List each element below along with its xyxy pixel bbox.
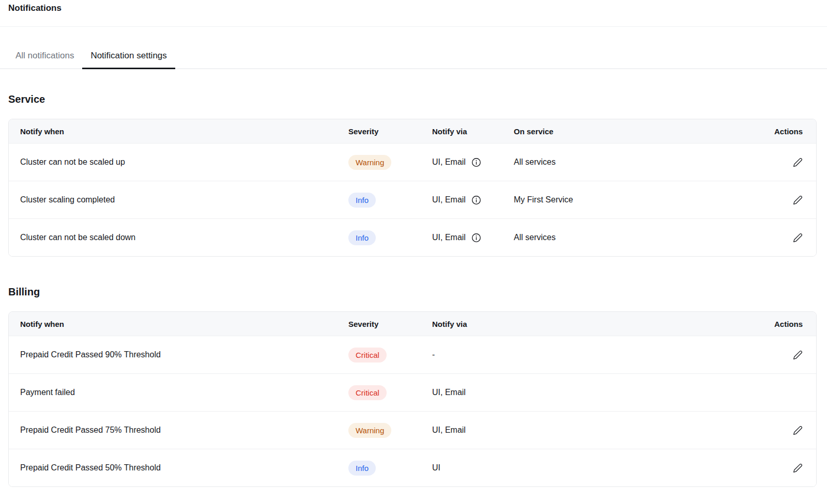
tabs-bar: All notifications Notification settings xyxy=(0,51,827,69)
table-row: Cluster can not be scaled down Info UI, … xyxy=(9,218,816,256)
severity-badge: Warning xyxy=(348,155,391,170)
notify-via-value: UI, Email xyxy=(432,233,466,242)
column-header-actions: Actions xyxy=(731,320,816,328)
billing-table: Notify when Severity Notify via Actions … xyxy=(8,311,817,487)
notify-via-value: UI, Email xyxy=(432,158,466,167)
notify-when-cell: Prepaid Credit Passed 90% Threshold xyxy=(9,350,337,359)
edit-button[interactable] xyxy=(793,158,803,167)
table-row: Prepaid Credit Passed 75% Threshold Warn… xyxy=(9,411,816,449)
table-row: Prepaid Credit Passed 50% Threshold Info… xyxy=(9,449,816,486)
edit-button[interactable] xyxy=(793,195,803,205)
notify-when-cell: Cluster can not be scaled up xyxy=(9,158,337,167)
notify-via-value: UI, Email xyxy=(432,195,466,204)
notify-via-value: UI, Email xyxy=(432,388,466,397)
column-header-severity: Severity xyxy=(337,320,421,328)
column-header-notify-when: Notify when xyxy=(9,320,337,328)
tab-notification-settings[interactable]: Notification settings xyxy=(82,51,175,69)
notify-via-value: UI, Email xyxy=(432,426,466,435)
table-row: Prepaid Credit Passed 90% Threshold Crit… xyxy=(9,336,816,373)
info-icon[interactable] xyxy=(471,195,481,205)
notify-when-cell: Cluster can not be scaled down xyxy=(9,233,337,242)
column-header-on-service: On service xyxy=(502,127,731,136)
on-service-cell: All services xyxy=(502,233,731,242)
notify-via-value: UI xyxy=(432,463,440,472)
info-icon[interactable] xyxy=(471,233,481,243)
column-header-notify-via: Notify via xyxy=(421,127,502,136)
column-header-notify-via: Notify via xyxy=(421,320,731,328)
table-row: Payment failed Critical UI, Email xyxy=(9,373,816,411)
title-bar: Notifications xyxy=(0,0,827,27)
notify-when-cell: Payment failed xyxy=(9,388,337,397)
notify-when-cell: Prepaid Credit Passed 75% Threshold xyxy=(9,426,337,435)
notify-via-value: - xyxy=(432,350,435,359)
billing-table-header: Notify when Severity Notify via Actions xyxy=(9,312,816,336)
edit-button[interactable] xyxy=(793,233,803,243)
edit-button[interactable] xyxy=(793,426,803,435)
section-heading-service: Service xyxy=(8,93,827,105)
severity-badge: Info xyxy=(348,461,376,476)
service-table: Notify when Severity Notify via On servi… xyxy=(8,119,817,257)
column-header-actions: Actions xyxy=(731,127,816,136)
severity-badge: Info xyxy=(348,230,376,245)
severity-badge: Critical xyxy=(348,385,387,400)
severity-badge: Critical xyxy=(348,348,387,363)
edit-button[interactable] xyxy=(793,350,803,360)
column-header-severity: Severity xyxy=(337,127,421,136)
section-heading-billing: Billing xyxy=(8,286,827,298)
severity-badge: Warning xyxy=(348,423,391,438)
table-row: Cluster can not be scaled up Warning UI,… xyxy=(9,143,816,181)
severity-badge: Info xyxy=(348,193,376,208)
table-row: Cluster scaling completed Info UI, Email… xyxy=(9,181,816,218)
column-header-notify-when: Notify when xyxy=(9,127,337,136)
info-icon[interactable] xyxy=(471,158,481,167)
tab-all-notifications[interactable]: All notifications xyxy=(7,51,82,69)
page-title: Notifications xyxy=(8,3,819,14)
on-service-cell: All services xyxy=(502,158,731,167)
service-table-header: Notify when Severity Notify via On servi… xyxy=(9,119,816,143)
notify-when-cell: Cluster scaling completed xyxy=(9,195,337,204)
edit-button[interactable] xyxy=(793,463,803,473)
notify-when-cell: Prepaid Credit Passed 50% Threshold xyxy=(9,463,337,472)
on-service-cell: My First Service xyxy=(502,195,731,204)
